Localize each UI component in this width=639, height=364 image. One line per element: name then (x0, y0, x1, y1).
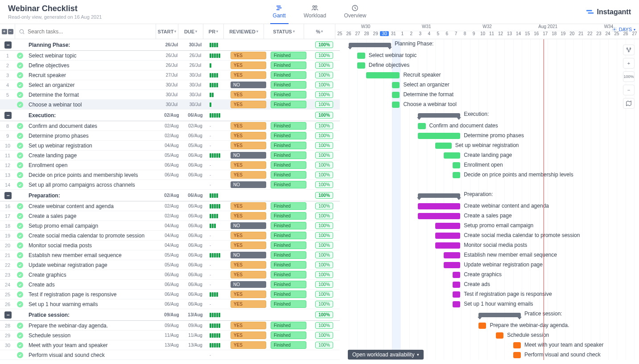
gantt-bar[interactable] (513, 352, 521, 358)
task-row[interactable]: 17Create a sales page02/Aug06/AugYESFini… (0, 211, 340, 221)
task-row[interactable]: 22Update webinar registration page05/Aug… (0, 260, 340, 270)
day-18[interactable]: 18 (550, 31, 559, 39)
map-icon[interactable] (623, 98, 635, 109)
collapse-icon[interactable]: − (4, 311, 12, 319)
gantt-bar[interactable] (444, 262, 460, 268)
collapse-icon[interactable]: − (4, 192, 12, 199)
task-row[interactable]: 26Set up 1 hour warning emails06/Aug06/A… (0, 299, 340, 309)
expand-collapse-buttons[interactable]: +− (0, 24, 15, 39)
gantt-bar[interactable] (418, 133, 460, 139)
task-row[interactable]: 1Select webinar topic26/Jul26/JulYESFini… (0, 51, 340, 61)
task-row[interactable]: 21Establish new member email sequence05/… (0, 250, 340, 260)
group-row[interactable]: −Execution:02/Aug06/Aug100% (0, 110, 340, 121)
gantt-bar[interactable] (392, 82, 400, 88)
day-5[interactable]: 5 (433, 31, 442, 39)
day-11[interactable]: 11 (487, 31, 496, 39)
tab-gantt[interactable]: Gantt (270, 3, 289, 24)
gantt-bar[interactable] (435, 223, 460, 229)
gantt-bar[interactable] (357, 53, 365, 59)
gantt-bar[interactable] (357, 62, 365, 69)
col-header-due[interactable]: DUE▾ (178, 24, 203, 39)
task-row[interactable]: 13Decide on price points and membership … (0, 170, 340, 180)
col-header-pct[interactable]: %▾ (304, 24, 335, 39)
task-row[interactable]: 10Set up webinar registration04/Aug05/Au… (0, 141, 340, 151)
task-row[interactable]: Perform visual and sound check- (0, 350, 340, 360)
tab-overview[interactable]: Overview (341, 3, 369, 24)
day-7[interactable]: 7 (451, 31, 460, 39)
branch-icon[interactable] (623, 45, 635, 55)
gantt-bar[interactable] (418, 193, 460, 198)
gantt-bar[interactable] (444, 152, 460, 159)
task-row[interactable]: 16Create webinar content and agenda02/Au… (0, 201, 340, 211)
group-row[interactable]: −Preparation:02/Aug06/Aug100% (0, 190, 340, 201)
collapse-icon[interactable]: − (4, 112, 12, 119)
task-row[interactable]: 2Define objectives26/Jul26/JulYESFinishe… (0, 61, 340, 70)
col-header-pr[interactable]: PR▾ (203, 24, 224, 39)
gantt-bar[interactable] (435, 233, 460, 239)
day-1[interactable]: 1 (398, 31, 407, 39)
gantt-bar[interactable] (453, 162, 460, 168)
gantt-bar[interactable] (366, 72, 400, 78)
day-20[interactable]: 20 (568, 31, 577, 39)
day-12[interactable]: 12 (496, 31, 505, 39)
day-13[interactable]: 13 (505, 31, 514, 39)
task-row[interactable]: 8Confirm and document dates02/Aug02/Aug-… (0, 121, 340, 131)
task-row[interactable]: 23Create graphics06/Aug06/Aug-YESFinishe… (0, 270, 340, 280)
task-row[interactable]: 25Test if registration page is responsiv… (0, 290, 340, 299)
col-header-start[interactable]: START▾ (156, 24, 178, 39)
zoom-in-button[interactable]: + (623, 58, 635, 69)
day-27[interactable]: 27 (630, 31, 639, 39)
gantt-bar[interactable] (435, 143, 452, 149)
gantt-bar[interactable] (453, 291, 460, 298)
gantt-bar[interactable] (478, 313, 521, 317)
day-8[interactable]: 8 (460, 31, 469, 39)
task-row[interactable]: 20Monitor social media posts04/Aug06/Aug… (0, 241, 340, 250)
gantt-bar[interactable] (453, 272, 460, 278)
day-31[interactable]: 31 (389, 31, 398, 39)
task-row[interactable]: 14Set up all promo campaigns across chan… (0, 180, 340, 190)
day-16[interactable]: 16 (532, 31, 541, 39)
task-row[interactable]: 3Recruit speaker27/Jul30/JulYESFinished1… (0, 70, 340, 80)
day-27[interactable]: 27 (353, 31, 362, 39)
task-row[interactable]: 12Enrollment open06/Aug06/Aug-YESFinishe… (0, 160, 340, 170)
gantt-bar[interactable] (435, 242, 460, 249)
gantt-bar[interactable] (513, 342, 521, 348)
day-24[interactable]: 24 (603, 31, 612, 39)
day-21[interactable]: 21 (577, 31, 585, 39)
task-row[interactable]: 4Select an organizer30/Jul30/JulNOFinish… (0, 80, 340, 90)
task-row[interactable]: 11Create landing page05/Aug06/AugNOFinis… (0, 151, 340, 160)
gantt-bar[interactable] (453, 172, 460, 178)
day-28[interactable]: 28 (362, 31, 371, 39)
gantt-bar[interactable] (392, 102, 400, 108)
task-row[interactable]: 29Schedule session11/Aug11/AugYESFinishe… (0, 331, 340, 340)
gantt-bar[interactable] (418, 213, 460, 219)
task-row[interactable]: 28Prepare the webinar-day agenda.09/Aug0… (0, 321, 340, 331)
task-row[interactable]: 24Create ads06/Aug06/Aug-NOFinished100% (0, 280, 340, 290)
day-25[interactable]: 25 (335, 31, 344, 39)
day-6[interactable]: 6 (442, 31, 451, 39)
day-3[interactable]: 3 (416, 31, 425, 39)
group-row[interactable]: −Planning Phase:26/Jul30/Jul100% (0, 39, 340, 51)
workload-availability-button[interactable]: Open workload availability ▾ (348, 350, 424, 360)
gantt-bar[interactable] (392, 92, 400, 98)
day-9[interactable]: 9 (469, 31, 478, 39)
search-input[interactable] (28, 29, 152, 35)
zoom-out-button[interactable]: − (623, 85, 635, 95)
group-row[interactable]: −Pratice session:09/Aug13/Aug100% (0, 309, 340, 321)
day-4[interactable]: 4 (425, 31, 433, 39)
day-19[interactable]: 19 (559, 31, 568, 39)
task-row[interactable]: 19Create social media calendar to promot… (0, 231, 340, 241)
col-header-reviewed[interactable]: REVIEWED▾ (224, 24, 264, 39)
gantt-bar[interactable] (418, 113, 460, 118)
col-header-status[interactable]: STATUS▾ (264, 24, 304, 39)
day-29[interactable]: 29 (371, 31, 380, 39)
gantt-bar[interactable] (418, 203, 460, 209)
day-15[interactable]: 15 (523, 31, 532, 39)
day-17[interactable]: 17 (541, 31, 550, 39)
gantt-bar[interactable] (478, 323, 486, 329)
day-26[interactable]: 26 (344, 31, 353, 39)
tab-workload[interactable]: Workload (301, 3, 329, 24)
day-25[interactable]: 25 (612, 31, 621, 39)
day-22[interactable]: 22 (585, 31, 594, 39)
day-14[interactable]: 14 (514, 31, 523, 39)
